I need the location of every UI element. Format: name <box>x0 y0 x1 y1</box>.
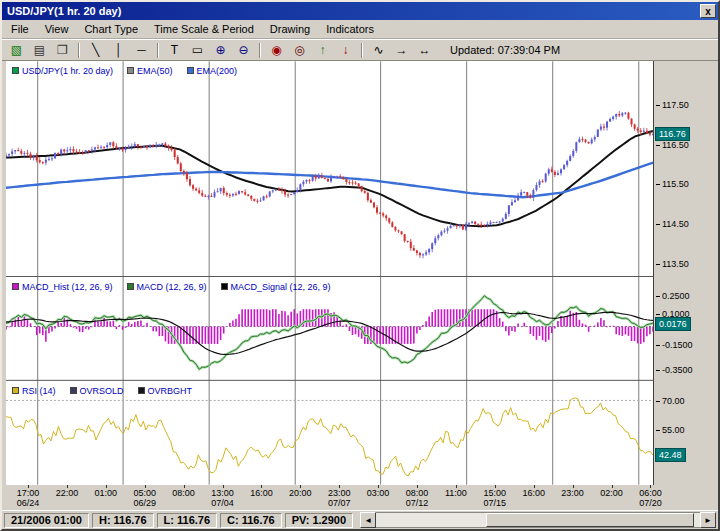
status-field-pv: PV:1.2900 <box>285 513 353 528</box>
axis-tick-label: 0.2500 <box>662 291 690 301</box>
legend-row: MACD_Hist (12, 26, 9)MACD (12, 26, 9)MAC… <box>12 281 331 292</box>
menu-item-indicators[interactable]: Indicators <box>318 21 382 38</box>
status-field-label: PV: <box>292 514 310 526</box>
legend-label: USD/JPY(1 hr. 20 day) <box>22 66 113 76</box>
title-bar[interactable]: USD/JPY(1 hr. 20 day) x <box>2 2 718 20</box>
date-tick-label: 07/20 <box>639 498 662 508</box>
legend-swatch <box>187 67 194 74</box>
time-tick-label: 16:00 <box>522 488 545 498</box>
date-tick-label: 06/24 <box>17 498 40 508</box>
status-field-value: 1.2900 <box>312 514 346 526</box>
legend-swatch <box>221 283 228 290</box>
time-tick-label: 02:00 <box>600 488 623 498</box>
legend-swatch <box>127 67 134 74</box>
status-field-c: C:116.76 <box>220 513 282 528</box>
legend-item: OVRSOLD <box>70 386 124 396</box>
select-region-icon[interactable]: ▭ <box>187 41 208 59</box>
scrollbar-thumb[interactable] <box>486 513 693 527</box>
status-field-label: L: <box>164 514 174 526</box>
legend-swatch <box>12 67 19 74</box>
legend-swatch <box>138 387 145 394</box>
legend-swatch <box>127 283 134 290</box>
legend-item: RSI (14) <box>12 386 56 396</box>
axis-tick-label: 113.50 <box>662 259 689 269</box>
legend-row: RSI (14)OVRSOLDOVRBGHT <box>12 385 192 396</box>
ema-overlay-lines <box>6 131 653 226</box>
arrow-up-icon[interactable]: ↑ <box>312 41 333 59</box>
legend-label: OVRBGHT <box>148 386 193 396</box>
time-tick-label: 03:00 <box>367 488 390 498</box>
menu-item-file[interactable]: File <box>3 21 37 38</box>
vertical-gridlines <box>6 61 653 484</box>
zigzag-icon[interactable]: ∿ <box>368 41 389 59</box>
date-tick-label: 07/07 <box>328 498 351 508</box>
scroll-left-button[interactable]: ◄ <box>360 512 376 528</box>
candlestick-series <box>6 111 654 258</box>
legend-label: EMA(50) <box>137 66 173 76</box>
axis-tick-label: 55.00 <box>662 425 685 435</box>
copy-page-icon[interactable]: ❐ <box>52 41 73 59</box>
menu-bar: FileViewChart TypeTime Scale & PeriodDra… <box>2 20 718 39</box>
legend-label: EMA(200) <box>197 66 238 76</box>
target-icon[interactable]: ◎ <box>289 41 310 59</box>
date-tick-label: 06/29 <box>133 498 156 508</box>
zoom-out-icon[interactable]: ⊖ <box>233 41 254 59</box>
legend-item: MACD_Hist (12, 26, 9) <box>12 282 113 292</box>
time-tick-label: 01:00 <box>95 488 118 498</box>
chart-plot[interactable] <box>6 61 654 485</box>
legend-label: OVRSOLD <box>80 386 124 396</box>
vertical-line-icon[interactable]: │ <box>108 41 129 59</box>
legend-item: MACD_Signal (12, 26, 9) <box>221 282 331 292</box>
time-tick-label: 20:00 <box>289 488 312 498</box>
horizontal-line-icon[interactable]: ─ <box>131 41 152 59</box>
status-field-value: 116.76 <box>242 514 275 526</box>
time-tick-label: 13:00 <box>211 488 234 498</box>
updated-label: Updated: 07:39:04 PM <box>450 44 560 56</box>
time-tick-label: 08:00 <box>406 488 429 498</box>
arrow-down-icon[interactable]: ↓ <box>335 41 356 59</box>
print-icon[interactable]: ▤ <box>29 41 50 59</box>
price-axis: 117.50116.50115.50114.50113.50116.760.25… <box>654 61 717 485</box>
menu-item-time-scale-period[interactable]: Time Scale & Period <box>146 21 262 38</box>
legend-label: MACD_Hist (12, 26, 9) <box>22 282 113 292</box>
menu-item-chart-type[interactable]: Chart Type <box>76 21 146 38</box>
toolbar: ▧▤❐╲│─T▭⊕⊖◉◎↑↓∿→↔Updated: 07:39:04 PM <box>2 39 718 61</box>
axis-tick-label: 114.50 <box>662 219 689 229</box>
time-tick-label: 17:00 <box>17 488 40 498</box>
time-tick-label: 22:00 <box>56 488 79 498</box>
scroll-right-button[interactable]: ► <box>700 512 716 528</box>
legend-swatch <box>70 387 77 394</box>
app-window: USD/JPY(1 hr. 20 day) x FileViewChart Ty… <box>0 0 720 531</box>
status-datetime: 21/2006 01:00 <box>4 513 89 528</box>
toolbar-separator <box>78 43 80 58</box>
status-field-l: L:116.76 <box>157 513 217 528</box>
time-tick-label: 06:00 <box>639 488 662 498</box>
menu-item-drawing[interactable]: Drawing <box>262 21 318 38</box>
text-tool-icon[interactable]: T <box>164 41 185 59</box>
time-tick-label: 08:00 <box>172 488 195 498</box>
time-axis: 17:0022:0001:0005:0008:0013:0016:0020:00… <box>2 485 718 510</box>
arrow-right-icon[interactable]: → <box>391 41 412 59</box>
toolbar-separator <box>259 43 261 58</box>
axis-tick-label: 115.50 <box>662 179 689 189</box>
scrollbar-track[interactable] <box>376 512 700 528</box>
horizontal-scrollbar[interactable]: ◄► <box>360 512 716 528</box>
last-value-badge: 0.0176 <box>655 317 691 331</box>
trendline-icon[interactable]: ╲ <box>85 41 106 59</box>
legend-item: MACD (12, 26, 9) <box>127 282 207 292</box>
close-button[interactable]: x <box>700 4 716 18</box>
rsi-line-series <box>6 398 653 476</box>
chart-export-icon[interactable]: ▧ <box>6 41 27 59</box>
menu-item-view[interactable]: View <box>37 21 77 38</box>
zoom-in-icon[interactable]: ⊕ <box>210 41 231 59</box>
axis-tick-label: -0.3500 <box>662 365 693 375</box>
time-tick-label: 16:00 <box>250 488 273 498</box>
status-field-label: H: <box>99 514 111 526</box>
legend-swatch <box>12 283 19 290</box>
legend-label: MACD (12, 26, 9) <box>137 282 207 292</box>
time-tick-label: 15:00 <box>484 488 507 498</box>
arrow-leftright-icon[interactable]: ↔ <box>414 41 435 59</box>
chart-area: 117.50116.50115.50114.50113.50116.760.25… <box>2 61 718 485</box>
status-field-value: 116.76 <box>177 514 210 526</box>
marker-icon[interactable]: ◉ <box>266 41 287 59</box>
